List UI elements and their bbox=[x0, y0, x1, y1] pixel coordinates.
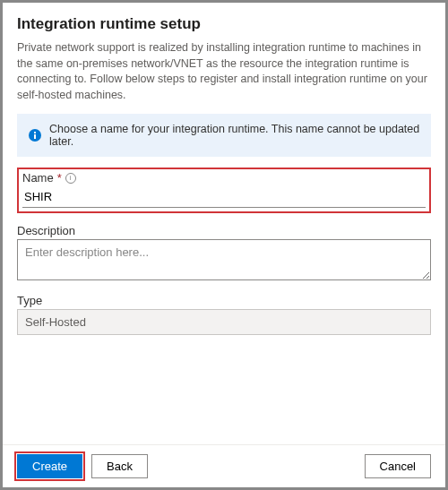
svg-rect-2 bbox=[34, 132, 36, 133]
intro-text: Private network support is realized by i… bbox=[17, 40, 431, 103]
description-label: Description bbox=[17, 224, 431, 237]
name-input[interactable] bbox=[22, 186, 426, 208]
back-button[interactable]: Back bbox=[91, 454, 148, 478]
description-label-text: Description bbox=[17, 224, 75, 237]
name-label: Name * i bbox=[22, 171, 426, 185]
create-button[interactable]: Create bbox=[17, 454, 82, 478]
info-banner: Choose a name for your integration runti… bbox=[17, 114, 431, 157]
page-title: Integration runtime setup bbox=[17, 15, 431, 33]
type-label-text: Type bbox=[17, 294, 42, 307]
type-label: Type bbox=[17, 294, 431, 307]
info-banner-text: Choose a name for your integration runti… bbox=[49, 123, 420, 148]
description-input[interactable] bbox=[17, 239, 431, 280]
cancel-button[interactable]: Cancel bbox=[365, 454, 431, 478]
name-label-text: Name bbox=[22, 171, 54, 185]
name-field-highlight: Name * i bbox=[17, 168, 431, 213]
svg-rect-1 bbox=[34, 134, 36, 139]
info-icon bbox=[28, 128, 42, 142]
type-value: Self-Hosted bbox=[17, 309, 431, 335]
required-asterisk: * bbox=[57, 171, 62, 185]
footer: Create Back Cancel bbox=[3, 444, 445, 487]
info-hint-icon[interactable]: i bbox=[65, 173, 76, 184]
